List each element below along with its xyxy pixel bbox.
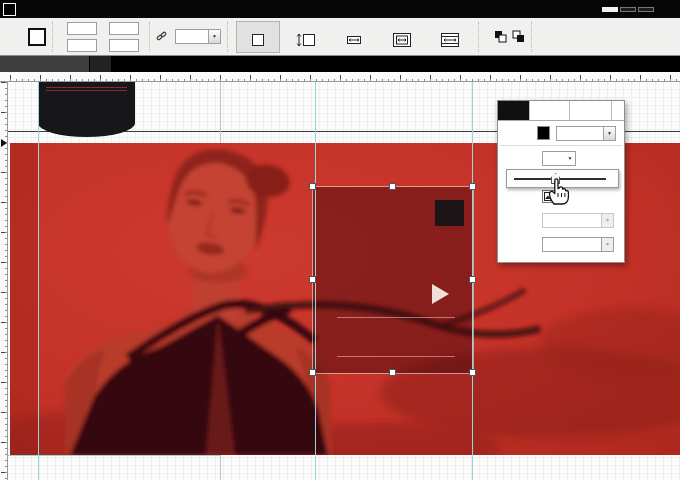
fit-to-width-icon [345,32,363,49]
tab-home[interactable] [0,56,90,72]
mode-content-button[interactable] [620,7,636,12]
shape-preview-icon [28,28,46,46]
fitting-row: ▼ [498,208,624,232]
fit-to-height-button[interactable] [284,21,328,53]
left-input[interactable] [109,39,139,52]
fit-to-height-icon [296,32,316,49]
fit-to-bg-button[interactable] [428,21,472,53]
panel-tabs [498,101,624,121]
top-input[interactable] [109,22,139,35]
position-dropdown[interactable]: ▼ [542,237,614,252]
toolbar-separator [531,22,532,52]
color-swatch[interactable] [537,126,551,140]
fit-none-button[interactable] [236,21,280,53]
selection-handle-nw[interactable] [309,183,316,190]
chevron-down-icon[interactable]: ▼ [601,238,613,251]
fit-to-site-icon [392,32,412,49]
hand-cursor [546,176,572,206]
link-to-dropdown[interactable]: ▼ [175,29,221,44]
tab-shadow[interactable] [570,101,612,120]
bring-forward-icon[interactable] [512,30,525,43]
add-page-tab-button[interactable] [90,56,112,72]
arrange-group [489,30,525,43]
link-icon [156,31,167,42]
dimension-fields [63,21,143,53]
fit-none-icon [250,32,266,49]
selection-handle-sw[interactable] [309,369,316,376]
play-icon[interactable] [432,284,449,304]
webydo-designer-window: ▼ [0,0,680,480]
link-to-group: ▼ [156,29,221,44]
chevron-down-icon[interactable]: ▼ [603,127,615,140]
chevron-down-icon[interactable]: ▼ [565,155,575,161]
fit-buttons [236,21,472,53]
hero-brand-chip [435,200,464,226]
mode-preview-button[interactable] [638,7,654,12]
hero-divider [337,317,455,318]
ruler-top [0,72,680,82]
selection-handle-n[interactable] [389,183,396,190]
fitting-dropdown[interactable]: ▼ [542,213,614,228]
width-input[interactable] [67,22,97,35]
catalog-divider [46,87,127,88]
fit-to-site-button[interactable] [380,21,424,53]
guide-horizontal[interactable] [8,455,220,456]
toolbar-separator [478,22,479,52]
tab-stroke[interactable] [530,101,570,120]
selection-handle-w[interactable] [309,276,316,283]
opacity-row: ▼ [498,146,624,170]
selected-hero-element[interactable] [313,187,473,373]
mode-design-button[interactable] [602,7,618,12]
menubar [0,0,680,18]
toolbar-separator [227,22,228,52]
mode-switcher [597,7,654,12]
page-tabbar [0,56,680,72]
collapse-panel-icon[interactable] [612,101,624,120]
chevron-down-icon[interactable]: ▼ [208,30,220,43]
height-input[interactable] [67,39,97,52]
position-row: ▼ [498,232,624,256]
send-backward-icon[interactable] [494,30,507,43]
hero-divider [337,356,455,357]
new-catalog-card[interactable] [38,82,135,137]
color-mode-dropdown[interactable]: ▼ [556,126,616,141]
webydo-logo[interactable] [3,3,16,16]
catalog-divider [46,90,127,91]
toolbar-separator [149,22,150,52]
fit-to-width-button[interactable] [332,21,376,53]
selection-handle-se[interactable] [469,369,476,376]
toolbar-separator [52,22,53,52]
color-row: ▼ [498,121,624,145]
chevron-down-icon: ▼ [601,214,613,227]
opacity-stepper[interactable]: ▼ [542,151,576,166]
ruler-position-marker [1,139,7,147]
selection-handle-ne[interactable] [469,183,476,190]
selection-handle-s[interactable] [389,369,396,376]
properties-toolbar: ▼ [0,18,680,56]
fit-to-bg-icon [440,32,460,49]
tab-fill[interactable] [498,101,530,120]
guide-vertical[interactable] [38,82,39,480]
selection-handle-e[interactable] [469,276,476,283]
